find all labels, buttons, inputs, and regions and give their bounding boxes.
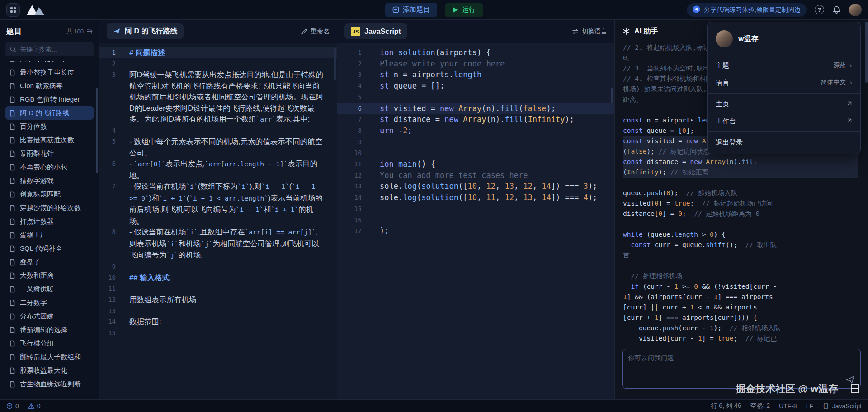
warning-count[interactable]: 0 <box>28 403 41 410</box>
user-avatar[interactable] <box>849 4 862 16</box>
language-tab[interactable]: JS JavaScript <box>344 23 407 39</box>
sidebar-item[interactable]: 不再费心的小包 <box>5 160 94 174</box>
sidebar-item[interactable]: 大数和距离 <box>5 269 94 282</box>
ai-scrollbar[interactable] <box>865 22 868 83</box>
menu-item-logout[interactable]: 退出登录 <box>708 134 860 151</box>
menu-item-theme[interactable]: 主题 深蓝 › <box>708 57 860 74</box>
send-icon[interactable] <box>845 375 855 384</box>
username: w温存 <box>738 34 758 44</box>
ai-response-line: 1] && (airports[curr - 1] === airports <box>623 292 858 302</box>
search-box[interactable] <box>5 42 94 56</box>
sidebar-item[interactable]: 二分数字 <box>5 296 94 309</box>
problem-scrollbar[interactable] <box>334 48 336 80</box>
switch-language-button[interactable]: 切换语言 <box>572 28 607 36</box>
eol[interactable]: LF <box>806 403 813 410</box>
sort-icon[interactable] <box>86 28 93 35</box>
markdown-line: 10## 输入格式 <box>99 272 337 283</box>
markdown-line: 15 <box>99 328 337 339</box>
chat-input-box[interactable] <box>622 349 861 389</box>
code-line: 1ion solution(airports) { <box>337 47 614 58</box>
sidebar-item-label: 叠盘子 <box>20 258 40 267</box>
line-number: 13 <box>99 305 122 317</box>
sidebar-item[interactable]: 大小写转换显示 <box>5 61 94 66</box>
run-button[interactable]: 运行 <box>445 3 483 17</box>
ai-response-line <box>623 178 858 188</box>
sidebar-item-label: 翻转后最大子数组和 <box>20 353 81 361</box>
chat-input[interactable] <box>623 349 860 388</box>
sidebar-title: 题目 <box>6 26 22 37</box>
menu-item-language[interactable]: 语言 简体中文 › <box>708 74 860 91</box>
sidebar-item[interactable]: 创意标题匹配 <box>5 187 94 201</box>
encoding[interactable]: UTF-8 <box>779 403 797 410</box>
line-number: 12 <box>337 170 369 181</box>
menu-item-workspace[interactable]: 工作台 <box>708 112 860 130</box>
code-scrollbar[interactable] <box>611 88 613 103</box>
document-icon <box>9 381 16 388</box>
line-number: 9 <box>99 261 122 272</box>
line-number: 3 <box>99 69 122 80</box>
sidebar-item-label: 打点计数器 <box>20 217 54 226</box>
sidebar-item-label: 阿 D 的飞行路线 <box>20 109 69 117</box>
code-line: 5 <box>337 92 614 103</box>
promo-badge[interactable]: 分享代码练习体验,领限量定制周边 <box>687 3 807 17</box>
problem-title-tab[interactable]: 阿 D 的飞行路线 <box>107 23 184 39</box>
sidebar-item[interactable]: Cion 勒索病毒 <box>5 79 94 93</box>
sidebar-item[interactable]: 阿 D 的飞行路线 <box>5 106 94 120</box>
ai-response-line: while (queue.length > 0) { <box>623 229 858 240</box>
line-number: 5 <box>99 136 122 147</box>
sidebar-item[interactable]: 比赛最高获胜次数 <box>5 133 94 147</box>
sidebar-item[interactable]: RGB 色值转 Integer <box>5 93 94 106</box>
sidebar-scrollbar[interactable] <box>96 88 98 173</box>
brand-logo-icon <box>26 4 45 16</box>
sidebar-item[interactable]: 最小替换子串长度 <box>5 66 94 79</box>
language-mode[interactable]: {} JavaScript <box>822 403 862 410</box>
line-number: 2 <box>337 58 369 70</box>
sidebar-item[interactable]: 二叉树供暖 <box>5 282 94 296</box>
sidebar-item[interactable]: 飞行棋分组 <box>5 337 94 350</box>
menu-item-home[interactable]: 主页 <box>708 95 860 112</box>
help-icon[interactable]: ? <box>815 5 824 14</box>
sidebar-item[interactable]: 叠盘子 <box>5 255 94 269</box>
add-problem-button[interactable]: 添加题目 <box>385 3 437 17</box>
line-number: 6 <box>99 158 122 169</box>
sidebar-item[interactable]: 暴雨梨花针 <box>5 147 94 160</box>
code-editor[interactable]: 1ion solution(airports) {2Please write y… <box>337 43 614 237</box>
sidebar-item[interactable]: 打点计数器 <box>5 215 94 228</box>
sidebar-item[interactable]: 股票收益最大化 <box>5 364 94 377</box>
sidebar-item[interactable]: 蛋糕工厂 <box>5 228 94 242</box>
document-icon <box>9 218 16 225</box>
notification-bell-icon[interactable] <box>832 5 841 14</box>
switch-language-label: 切换语言 <box>582 28 607 36</box>
app-menu-button[interactable] <box>6 3 20 17</box>
cursor-position[interactable]: 行 6, 列 46 <box>711 402 741 410</box>
sidebar-item[interactable]: 分布式团建 <box>5 309 94 323</box>
sidebar-item[interactable]: 翻转后最大子数组和 <box>5 350 94 364</box>
line-number: 1 <box>337 47 369 58</box>
document-icon <box>9 69 16 76</box>
markdown-editor[interactable]: 1# 问题描述23阿D驾驶一架飞机需要从出发点抵达目的地,但是由于特殊的航空管制… <box>99 43 337 338</box>
code-line: 12You can add more test cases here <box>337 170 614 181</box>
sidebar-item[interactable]: 猜数字游戏 <box>5 174 94 187</box>
sidebar-item[interactable]: SQL 代码补全 <box>5 242 94 255</box>
ai-response-line: queue.push(curr - 1); // 相邻机场入队 <box>623 323 858 333</box>
menu-divider <box>708 55 860 55</box>
search-input[interactable] <box>20 46 89 53</box>
ai-response-line: 首 <box>623 250 858 261</box>
document-icon <box>9 83 16 89</box>
search-icon <box>10 46 16 52</box>
code-line: 4st queue = []; <box>337 80 614 92</box>
sidebar-item[interactable]: 穿越沙漠的补给次数 <box>5 201 94 215</box>
sidebar-item[interactable]: 百分位数 <box>5 120 94 133</box>
document-icon <box>9 340 16 347</box>
rename-button[interactable]: 重命名 <box>301 28 330 36</box>
play-icon <box>453 7 458 13</box>
error-count[interactable]: 0 <box>6 403 19 410</box>
document-icon <box>9 178 16 184</box>
ai-response-line: distance[0] = 0; // 起始机场距离为 0 <box>623 209 858 219</box>
sidebar-item[interactable]: 古生物血缘远近判断 <box>5 377 94 391</box>
line-number: 15 <box>337 203 369 215</box>
indentation[interactable]: 空格: 2 <box>750 402 770 410</box>
markdown-line: 11 <box>99 283 337 295</box>
sidebar-item[interactable]: 番茄编辑的选择 <box>5 323 94 337</box>
user-menu-profile[interactable]: w温存 <box>708 25 860 53</box>
